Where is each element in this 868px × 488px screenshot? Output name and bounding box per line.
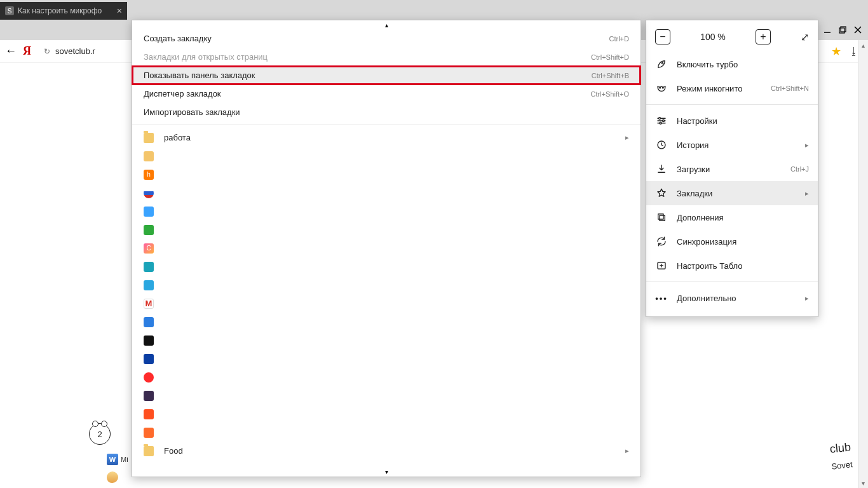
bookmark-favicon	[144, 372, 154, 383]
reload-icon[interactable]: ↻	[44, 47, 50, 56]
zoom-in-button[interactable]: +	[756, 29, 771, 44]
submenu-separator	[132, 125, 641, 125]
command-shortcut: Ctrl+Shift+B	[592, 72, 629, 79]
menu-item-label: История	[677, 140, 796, 150]
rocket-icon	[655, 58, 668, 70]
tab-close-icon[interactable]: ×	[117, 6, 122, 16]
taskbar-apps: W Mi	[107, 452, 128, 484]
chevron-right-icon: ▸	[625, 133, 629, 142]
command-label: Закладки для открытых страниц	[144, 52, 581, 62]
folder-icon	[144, 446, 154, 456]
bookmarks-command[interactable]: Показывать панель закладокCtrl+Shift+B	[132, 66, 641, 85]
addtab-icon	[655, 260, 668, 271]
bookmark-favicon	[144, 428, 154, 438]
download-icon	[655, 163, 668, 175]
taskbar-word-label: Mi	[121, 456, 128, 463]
star-icon	[655, 187, 668, 199]
bookmark-item[interactable]	[132, 368, 641, 386]
tab-favicon: S	[5, 6, 14, 15]
bookmark-item[interactable]: M	[132, 294, 641, 313]
svg-rect-9	[658, 214, 663, 219]
watermark: club Sovet	[829, 443, 853, 471]
menu-item-clock[interactable]: История▸	[646, 133, 818, 157]
scroll-up-icon[interactable]: ▴	[858, 40, 868, 50]
command-shortcut: Ctrl+Shift+D	[591, 53, 629, 61]
menu-item-download[interactable]: ЗагрузкиCtrl+J	[646, 157, 818, 181]
bookmark-star-icon[interactable]: ★	[831, 44, 841, 58]
step-number: 2	[97, 430, 102, 439]
menu-item-puzzle[interactable]: Дополнения	[646, 205, 818, 229]
watermark-line2: Sovet	[831, 460, 853, 471]
menu-item-mask[interactable]: Режим инкогнитоCtrl+Shift+N	[646, 76, 818, 100]
menu-item-label: Настройки	[677, 116, 809, 126]
bookmark-favicon	[144, 354, 154, 364]
menu-item-sync[interactable]: Синхронизация	[646, 229, 818, 254]
page-scrollbar[interactable]: ▴ ▾	[858, 40, 868, 488]
bookmark-favicon: C	[144, 243, 154, 254]
bookmark-item[interactable]	[132, 257, 641, 276]
bookmarks-command[interactable]: Создать закладкуCtrl+D	[132, 29, 641, 48]
menu-item-label: Включить турбо	[677, 60, 809, 69]
bookmark-item[interactable]	[132, 405, 641, 423]
close-window-icon[interactable]	[851, 24, 864, 36]
bookmarks-submenu: ▴ Создать закладкуCtrl+DЗакладки для отк…	[132, 20, 641, 477]
submenu-scroll-up-icon[interactable]: ▴	[385, 22, 388, 29]
bookmark-folder[interactable]: Food ▸	[132, 442, 641, 460]
bookmark-item[interactable]	[132, 313, 641, 331]
bookmark-item[interactable]	[132, 276, 641, 294]
svg-point-2	[661, 62, 663, 64]
menu-item-label: Настроить Табло	[677, 261, 809, 271]
yandex-logo[interactable]: Я	[23, 44, 31, 58]
tab-strip: S Как настроить микрофо ×	[0, 0, 868, 20]
bookmark-item[interactable]	[132, 423, 641, 442]
menu-item-label: Синхронизация	[677, 237, 809, 247]
bookmark-item[interactable]	[132, 220, 641, 239]
restore-icon[interactable]	[836, 24, 849, 36]
menu-item-dots[interactable]: •••Дополнительно▸	[646, 286, 818, 310]
svg-point-4	[663, 88, 664, 89]
taskbar-word[interactable]: W Mi	[107, 452, 128, 466]
fullscreen-icon[interactable]: ⤢	[801, 31, 809, 43]
zoom-value: 100 %	[700, 32, 726, 42]
submenu-scroll-down-icon[interactable]: ▾	[385, 468, 388, 475]
bookmark-folder[interactable]: работа ▸	[132, 128, 641, 147]
zoom-out-button[interactable]: −	[655, 29, 670, 44]
menu-item-label: Закладки	[677, 189, 796, 198]
bookmark-item[interactable]: h	[132, 165, 641, 184]
bookmark-item[interactable]	[132, 147, 641, 165]
bookmark-item[interactable]	[132, 349, 641, 368]
bookmark-favicon: M	[144, 299, 154, 309]
command-label: Импортировать закладки	[144, 107, 629, 117]
menu-item-addtab[interactable]: Настроить Табло	[646, 254, 818, 278]
menu-item-sliders[interactable]: Настройки	[646, 109, 818, 133]
browser-tab[interactable]: S Как настроить микрофо ×	[0, 2, 127, 20]
minimize-icon[interactable]	[821, 24, 834, 36]
watermark-line1: club	[829, 443, 851, 454]
bookmark-item[interactable]	[132, 331, 641, 349]
menu-item-rocket[interactable]: Включить турбо	[646, 52, 818, 76]
bookmarks-command: Закладки для открытых страницCtrl+Shift+…	[132, 48, 641, 66]
chevron-right-icon: ▸	[805, 189, 809, 198]
mask-icon	[655, 83, 668, 94]
paint-icon	[107, 471, 118, 483]
bookmark-item[interactable]	[132, 184, 641, 202]
menu-shortcut: Ctrl+Shift+N	[771, 85, 809, 92]
command-label: Показывать панель закладок	[144, 71, 581, 80]
menu-item-label: Загрузки	[677, 165, 782, 174]
word-icon: W	[107, 454, 118, 465]
bookmark-item[interactable]	[132, 202, 641, 220]
chevron-right-icon: ▸	[805, 294, 809, 302]
bookmarks-command[interactable]: Импортировать закладки	[132, 103, 641, 121]
taskbar-paint[interactable]	[107, 470, 128, 484]
menu-item-label: Дополнительно	[677, 294, 796, 303]
back-button[interactable]: ←	[5, 44, 17, 58]
bookmark-item[interactable]	[132, 386, 641, 405]
menu-item-star[interactable]: Закладки▸	[646, 181, 818, 205]
bookmark-item[interactable]: C	[132, 239, 641, 257]
svg-rect-10	[660, 215, 665, 220]
bookmark-favicon	[144, 151, 154, 161]
svg-point-7	[660, 122, 661, 124]
scroll-down-icon[interactable]: ▾	[858, 478, 868, 488]
bookmarks-command[interactable]: Диспетчер закладокCtrl+Shift+O	[132, 85, 641, 103]
command-label: Диспетчер закладок	[144, 89, 580, 98]
